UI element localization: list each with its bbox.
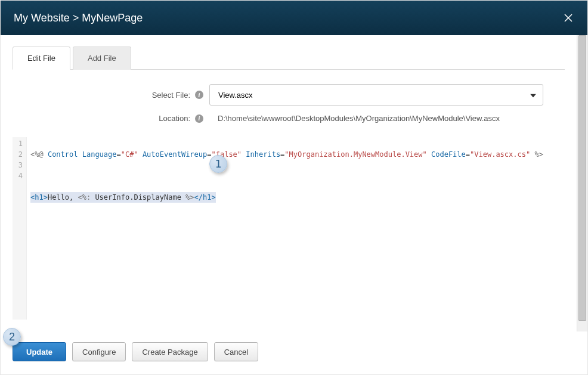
editor-gutter: 1 2 3 4 bbox=[13, 137, 27, 320]
location-value: D:\home\site\wwwroot\DesktopModules\MyOr… bbox=[209, 114, 500, 123]
select-file-label: Select File: i bbox=[13, 91, 209, 100]
location-label-text: Location: bbox=[159, 114, 190, 123]
tab-strip: Edit File Add File bbox=[13, 46, 565, 70]
tok: Hello, bbox=[48, 193, 78, 202]
tok: <%: bbox=[78, 193, 95, 202]
editor-code[interactable]: <%@ Control Language="C#" AutoEventWireu… bbox=[27, 137, 565, 320]
close-icon bbox=[564, 13, 573, 23]
dialog-body: Edit File Add File Select File: i bbox=[1, 35, 587, 331]
vertical-scrollbar[interactable] bbox=[577, 35, 587, 331]
tab-edit-file[interactable]: Edit File bbox=[13, 47, 70, 70]
configure-button[interactable]: Configure bbox=[72, 342, 126, 361]
footer-buttons: 2 Update Configure Create Package Cancel bbox=[1, 331, 587, 374]
tok: <h1> bbox=[30, 193, 48, 202]
tok: Control bbox=[48, 150, 78, 159]
breadcrumb-title: My Website > MyNewPage bbox=[14, 12, 143, 24]
select-file-dropdown[interactable] bbox=[209, 84, 543, 106]
tok: "C#" bbox=[121, 150, 138, 159]
select-file-label-text: Select File: bbox=[152, 91, 190, 100]
callout-1: 1 bbox=[209, 155, 227, 173]
tok: "View.ascx.cs" bbox=[470, 150, 530, 159]
form-area: Select File: i Location: i bbox=[13, 70, 565, 137]
close-button[interactable] bbox=[562, 12, 574, 24]
tok: <%@ bbox=[30, 150, 48, 159]
info-icon[interactable]: i bbox=[195, 114, 203, 123]
tok: AutoEventWireup bbox=[143, 150, 207, 159]
tok: %> bbox=[181, 193, 194, 202]
tok: UserInfo.DisplayName bbox=[95, 193, 181, 202]
tab-add-file[interactable]: Add File bbox=[73, 47, 131, 70]
create-package-button[interactable]: Create Package bbox=[132, 342, 208, 361]
tok: "MyOrganization.MyNewModule.View" bbox=[284, 150, 426, 159]
line-number: 2 bbox=[13, 149, 23, 160]
content-area: Edit File Add File Select File: i bbox=[1, 35, 577, 331]
scrollbar-thumb[interactable] bbox=[578, 35, 586, 321]
tok: Inherits bbox=[246, 150, 280, 159]
select-file-wrap bbox=[209, 84, 543, 106]
info-icon[interactable]: i bbox=[195, 91, 203, 99]
cancel-button[interactable]: Cancel bbox=[214, 342, 258, 361]
dialog-window: My Website > MyNewPage Edit File Add Fil… bbox=[0, 0, 588, 375]
tok: </h1> bbox=[194, 193, 216, 202]
callout-2: 2 bbox=[3, 328, 21, 346]
tok: CodeFile bbox=[431, 150, 466, 159]
code-editor[interactable]: 1 2 3 4 <%@ Control Language="C#" AutoEv… bbox=[13, 137, 565, 320]
title-bar: My Website > MyNewPage bbox=[1, 1, 587, 35]
location-label: Location: i bbox=[13, 114, 209, 123]
tok: Language bbox=[82, 150, 117, 159]
row-location: Location: i D:\home\site\wwwroot\Desktop… bbox=[13, 114, 565, 123]
line-number: 1 bbox=[13, 138, 23, 149]
update-button[interactable]: Update bbox=[13, 342, 66, 361]
line-number: 3 bbox=[13, 160, 23, 171]
row-select-file: Select File: i bbox=[13, 84, 565, 106]
line-number: 4 bbox=[13, 171, 23, 181]
tok: %> bbox=[530, 150, 543, 159]
